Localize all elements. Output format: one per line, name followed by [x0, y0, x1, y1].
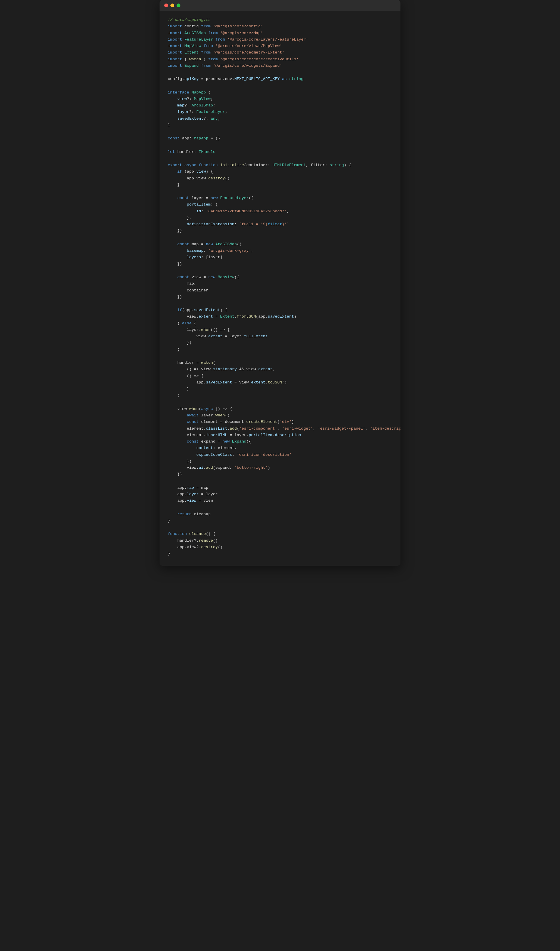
code-line-export-func: export async function initialize(contain…: [168, 162, 392, 168]
code-line-map-close: }): [168, 261, 392, 267]
code-line-content: content: element,: [168, 445, 392, 451]
code-line-let-handler: let handler: IHandle: [168, 149, 392, 155]
code-line-interface-view: view?: MapView;: [168, 96, 392, 102]
code-line-view-ui-add: view.ui.add(expand, 'bottom-right'): [168, 465, 392, 471]
minimize-button[interactable]: [171, 3, 174, 7]
code-line-app-layer: app.layer = layer: [168, 491, 392, 497]
blank-line: [168, 82, 392, 89]
code-line-id: id: '848d61af726f40d890219042253bedd7',: [168, 208, 392, 215]
code-content: // data/mapping.ts import config from '@…: [160, 11, 400, 566]
code-line-const-view: const view = new MapView({: [168, 274, 392, 281]
code-line-if-saved-extent: if(app.savedExtent) {: [168, 307, 392, 313]
code-line-watch-cb1: () => view.stationary && view.extent,: [168, 366, 392, 372]
code-line-watch-cb-close: }: [168, 386, 392, 392]
code-line-import2: import ArcGISMap from '@arcgis/core/Map': [168, 30, 392, 37]
code-line-import4: import MapView from '@arcgis/core/views/…: [168, 43, 392, 49]
code-line-interface-savedextent: savedExtent?: any;: [168, 116, 392, 122]
code-line-else: } else {: [168, 320, 392, 327]
code-line-await-layer-when: await layer.when(): [168, 412, 392, 419]
code-line-const-expand: const expand = new Expand({: [168, 438, 392, 445]
blank-line: [168, 188, 392, 195]
code-line-expandiconclass: expandIconClass: 'esri-icon-description': [168, 452, 392, 458]
code-line-import6: import { watch } from '@arcgis/core/core…: [168, 56, 392, 63]
blank-line: [168, 353, 392, 360]
code-line-const-map: const map = new ArcGISMap({: [168, 241, 392, 248]
blank-line: [168, 267, 392, 274]
blank-line: [168, 235, 392, 241]
code-line-expand-close: }): [168, 458, 392, 465]
code-line-const-layer: const layer = new FeatureLayer({: [168, 195, 392, 201]
blank-line: [168, 69, 392, 76]
code-line-view-when: view.when(async () => {: [168, 406, 392, 412]
code-line-func-cleanup: function cleanup() {: [168, 531, 392, 537]
code-line-classlist-add: element.classList.add('esri-component', …: [168, 426, 392, 432]
titlebar: [160, 0, 400, 11]
code-line-container-prop: container: [168, 287, 392, 294]
code-line-handler-watch: handler = watch(: [168, 360, 392, 366]
code-line-init-close: }: [168, 517, 392, 524]
code-line-saved-extent-assign: app.savedExtent = view.extent.toJSON(): [168, 379, 392, 386]
maximize-button[interactable]: [177, 3, 180, 7]
code-line-interface-close: }: [168, 122, 392, 128]
blank-line: [168, 142, 392, 149]
blank-line: [168, 128, 392, 135]
code-line-import7: import Expand from '@arcgis/core/widgets…: [168, 63, 392, 69]
code-line-cleanup-close: }: [168, 551, 392, 557]
comment-filename: // data/mapping.ts: [168, 17, 392, 23]
code-line-portalitem-close: },: [168, 215, 392, 221]
code-editor-window: // data/mapping.ts import config from '@…: [160, 0, 400, 566]
code-line-watch-close: ): [168, 392, 392, 399]
code-line-viewwhen-close: }): [168, 471, 392, 477]
blank-line: [168, 300, 392, 307]
code-line-appview-destroy: app.view?.destroy(): [168, 544, 392, 551]
code-line-defexpr: definitionExpression: `fuel1 = '${filter…: [168, 221, 392, 228]
code-line-portalitem: portalItem: {: [168, 201, 392, 208]
code-line-import3: import FeatureLayer from '@arcgis/core/l…: [168, 37, 392, 43]
code-line-watch-cb2: () => {: [168, 373, 392, 379]
code-line-const-app: const app: MapApp = {}: [168, 135, 392, 142]
blank-line: [168, 478, 392, 485]
blank-line: [168, 524, 392, 531]
code-line-interface-layer: layer?: FeatureLayer;: [168, 109, 392, 115]
code-line-import5: import Extent from '@arcgis/core/geometr…: [168, 49, 392, 56]
code-line-innerhtml: element.innerHTML = layer.portalItem.des…: [168, 432, 392, 438]
code-line-config: config.apiKey = process.env.NEXT_PUBLIC_…: [168, 76, 392, 82]
code-line-handler-remove: handler?.remove(): [168, 537, 392, 544]
blank-line: [168, 155, 392, 162]
code-line-interface-map: map?: ArcGISMap;: [168, 102, 392, 109]
code-line-else-close: }: [168, 346, 392, 353]
code-line-interface-decl: interface MapApp {: [168, 90, 392, 96]
code-line-layers: layers: [layer]: [168, 254, 392, 261]
code-line-if-view: if (app.view) {: [168, 168, 392, 175]
code-line-layer-when-close: }): [168, 340, 392, 346]
code-line-view-close: }): [168, 294, 392, 300]
code-line-view-destroy: app.view.destroy(): [168, 175, 392, 182]
code-line-basemap: basemap: 'arcgis-dark-gray',: [168, 248, 392, 254]
code-line-layer-when: layer.when(() => {: [168, 327, 392, 333]
blank-line: [168, 504, 392, 511]
code-line-map-prop: map,: [168, 281, 392, 287]
code-line-if-close: }: [168, 182, 392, 188]
code-line-return-cleanup: return cleanup: [168, 511, 392, 517]
code-line-layer-close: }): [168, 228, 392, 234]
blank-line: [168, 399, 392, 406]
code-line-app-view: app.view = view: [168, 497, 392, 504]
code-line-view-extent2: view.extent = layer.fullExtent: [168, 333, 392, 340]
close-button[interactable]: [164, 3, 168, 7]
code-line-const-element: const element = document.createElement('…: [168, 419, 392, 425]
code-line-app-map: app.map = map: [168, 485, 392, 491]
code-line-import1: import config from '@arcgis/core/config': [168, 23, 392, 30]
code-line-view-extent: view.extent = Extent.fromJSON(app.savedE…: [168, 313, 392, 320]
